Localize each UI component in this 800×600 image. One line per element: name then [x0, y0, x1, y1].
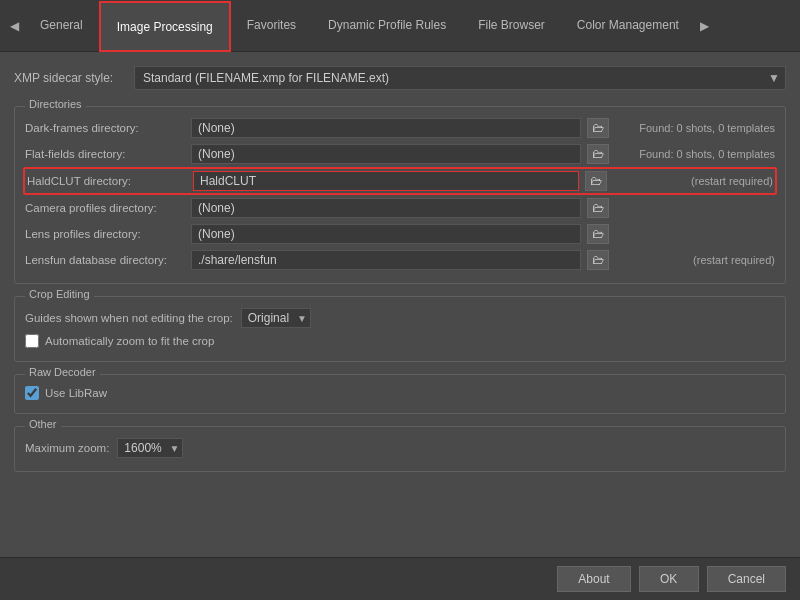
- lensfun-input[interactable]: [191, 250, 581, 270]
- dir-row-lensfun: Lensfun database directory: 🗁 (restart r…: [25, 247, 775, 273]
- dark-frames-note: Found: 0 shots, 0 templates: [615, 122, 775, 134]
- autozoom-checkbox[interactable]: [25, 334, 39, 348]
- guides-row: Guides shown when not editing the crop: …: [25, 305, 775, 331]
- prev-tab-arrow[interactable]: ◀: [4, 0, 24, 51]
- other-group-title: Other: [25, 418, 61, 430]
- flat-fields-note: Found: 0 shots, 0 templates: [615, 148, 775, 160]
- lensfun-note: (restart required): [615, 254, 775, 266]
- raw-decoder-group-title: Raw Decoder: [25, 366, 100, 378]
- tab-dynamic-profile-rules[interactable]: Dynamic Profile Rules: [312, 0, 462, 51]
- guides-select[interactable]: Original None Lines Grid: [241, 308, 311, 328]
- flat-fields-label: Flat-fields directory:: [25, 148, 185, 160]
- crop-editing-group-title: Crop Editing: [25, 288, 94, 300]
- max-zoom-row: Maximum zoom: 400% 800% 1600% 3200% 6400…: [25, 435, 775, 461]
- tab-color-management[interactable]: Color Management: [561, 0, 695, 51]
- other-group: Other Maximum zoom: 400% 800% 1600% 3200…: [14, 426, 786, 472]
- tab-general[interactable]: General: [24, 0, 99, 51]
- dir-row-dark-frames: Dark-frames directory: 🗁 Found: 0 shots,…: [25, 115, 775, 141]
- haldclut-browse-btn[interactable]: 🗁: [585, 171, 607, 191]
- dark-frames-browse-btn[interactable]: 🗁: [587, 118, 609, 138]
- camera-profiles-browse-btn[interactable]: 🗁: [587, 198, 609, 218]
- autozoom-row: Automatically zoom to fit the crop: [25, 331, 775, 351]
- lensfun-browse-btn[interactable]: 🗁: [587, 250, 609, 270]
- footer: About OK Cancel: [0, 557, 800, 600]
- lens-profiles-label: Lens profiles directory:: [25, 228, 185, 240]
- raw-decoder-group: Raw Decoder Use LibRaw: [14, 374, 786, 414]
- dir-row-flat-fields: Flat-fields directory: 🗁 Found: 0 shots,…: [25, 141, 775, 167]
- autozoom-label: Automatically zoom to fit the crop: [45, 335, 214, 347]
- haldclut-label: HaldCLUT directory:: [27, 175, 187, 187]
- xmp-row: XMP sidecar style: Standard (FILENAME.xm…: [14, 62, 786, 94]
- camera-profiles-label: Camera profiles directory:: [25, 202, 185, 214]
- crop-editing-group: Crop Editing Guides shown when not editi…: [14, 296, 786, 362]
- lens-profiles-browse-btn[interactable]: 🗁: [587, 224, 609, 244]
- lens-profiles-input[interactable]: [191, 224, 581, 244]
- use-libraw-checkbox[interactable]: [25, 386, 39, 400]
- tab-file-browser[interactable]: File Browser: [462, 0, 561, 51]
- ok-button[interactable]: OK: [639, 566, 699, 592]
- dir-row-camera-profiles: Camera profiles directory: 🗁: [25, 195, 775, 221]
- dir-row-haldclut: HaldCLUT directory: 🗁 (restart required): [23, 167, 777, 195]
- flat-fields-input[interactable]: [191, 144, 581, 164]
- directories-group-title: Directories: [25, 98, 86, 110]
- haldclut-input[interactable]: [193, 171, 579, 191]
- about-button[interactable]: About: [557, 566, 630, 592]
- max-zoom-label: Maximum zoom:: [25, 442, 109, 454]
- haldclut-note: (restart required): [613, 175, 773, 187]
- zoom-select[interactable]: 400% 800% 1600% 3200% 6400%: [117, 438, 183, 458]
- guides-label: Guides shown when not editing the crop:: [25, 312, 233, 324]
- directories-group: Directories Dark-frames directory: 🗁 Fou…: [14, 106, 786, 284]
- zoom-select-wrap: 400% 800% 1600% 3200% 6400% ▼: [117, 438, 183, 458]
- use-libraw-row: Use LibRaw: [25, 383, 775, 403]
- xmp-label: XMP sidecar style:: [14, 71, 124, 85]
- lensfun-label: Lensfun database directory:: [25, 254, 185, 266]
- content-area: XMP sidecar style: Standard (FILENAME.xm…: [0, 52, 800, 557]
- cancel-button[interactable]: Cancel: [707, 566, 786, 592]
- tab-image-processing[interactable]: Image Processing: [99, 1, 231, 52]
- dark-frames-input[interactable]: [191, 118, 581, 138]
- tab-favorites[interactable]: Favorites: [231, 0, 312, 51]
- flat-fields-browse-btn[interactable]: 🗁: [587, 144, 609, 164]
- guides-select-wrap: Original None Lines Grid ▼: [241, 308, 311, 328]
- use-libraw-label: Use LibRaw: [45, 387, 107, 399]
- next-tab-arrow[interactable]: ▶: [695, 0, 715, 51]
- xmp-select-wrap: Standard (FILENAME.xmp for FILENAME.ext)…: [134, 66, 786, 90]
- dir-row-lens-profiles: Lens profiles directory: 🗁: [25, 221, 775, 247]
- dark-frames-label: Dark-frames directory:: [25, 122, 185, 134]
- tab-bar: ◀ General Image Processing Favorites Dyn…: [0, 0, 800, 52]
- camera-profiles-input[interactable]: [191, 198, 581, 218]
- xmp-select[interactable]: Standard (FILENAME.xmp for FILENAME.ext)…: [134, 66, 786, 90]
- window: ◀ General Image Processing Favorites Dyn…: [0, 0, 800, 600]
